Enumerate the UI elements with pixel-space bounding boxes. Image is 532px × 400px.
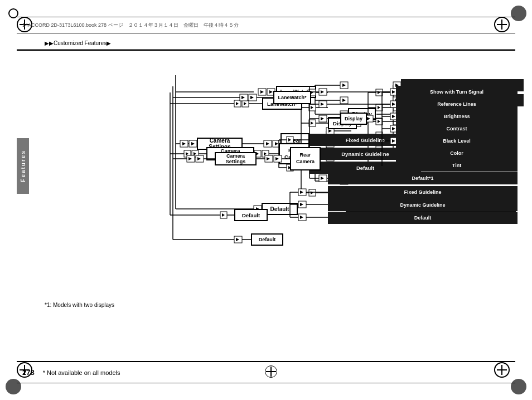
color-final: Color	[396, 147, 518, 159]
default-display-final: Default*1	[328, 172, 518, 184]
rear-camera-final: RearCamera	[290, 147, 321, 170]
header-text: 14ACCORD 2D-31T3L6100.book 278 ページ ２０１４年…	[22, 22, 239, 29]
contrast-final: Contrast	[396, 123, 518, 135]
default-rear-final: Default	[328, 212, 518, 224]
svg-marker-216	[236, 238, 239, 241]
black-level-final: Black Level	[396, 135, 518, 147]
ref-lines-final: Reference Lines	[396, 98, 518, 110]
dynamic-guideline-final: Dynamic Guideline	[328, 199, 518, 211]
camera-settings-box: Camera Settings	[197, 138, 243, 150]
footnote: *1: Models with two displays	[45, 302, 114, 308]
breadcrumb: ▶▶Customized Features▶	[45, 40, 111, 46]
bottom-note: * Not available on all models	[43, 369, 120, 376]
fixed-guideline-final: Fixed Guideline	[328, 186, 518, 198]
default-main-box: Default	[262, 203, 298, 215]
display-final: Display	[340, 113, 367, 125]
svg-rect-215	[234, 236, 242, 243]
lanewatch-final: LaneWatch*	[273, 91, 311, 104]
brightness-final: Brightness	[396, 110, 518, 123]
camera-settings-final: CameraSettings	[215, 152, 257, 165]
page-number: 278	[22, 368, 35, 377]
features-label: Features	[20, 150, 26, 182]
divider	[17, 49, 515, 50]
header-bar: 14ACCORD 2D-31T3L6100.book 278 ページ ２０１４年…	[17, 17, 515, 33]
show-signal-final: Show with Turn Signal	[396, 86, 518, 98]
tint-final: Tint	[396, 159, 518, 172]
default-main-final: Default	[251, 233, 283, 246]
